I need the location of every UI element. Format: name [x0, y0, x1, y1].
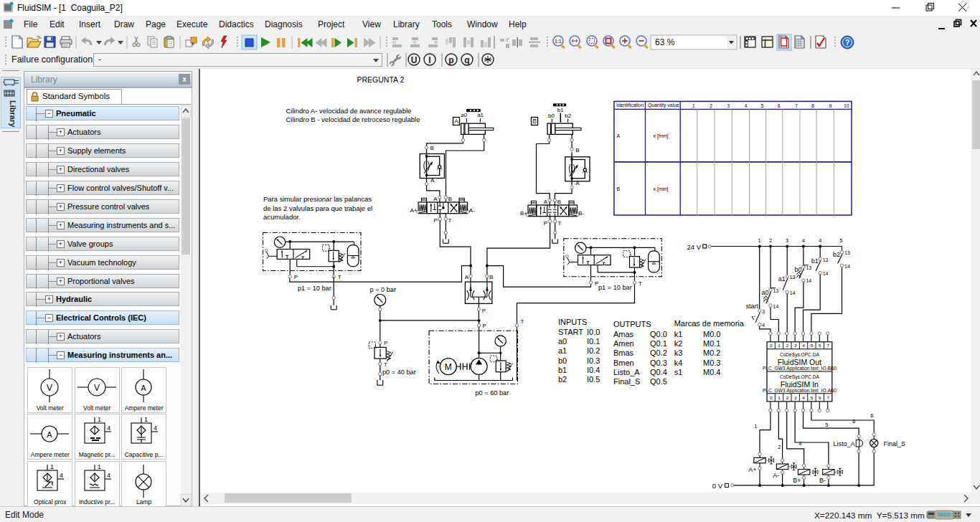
- svg-text:a1: a1: [558, 346, 567, 355]
- svg-text:14: 14: [773, 304, 779, 309]
- svg-text:Bmas: Bmas: [613, 348, 634, 357]
- svg-text:P: P: [483, 323, 486, 329]
- svg-text:p0 = 60 bar: p0 = 60 bar: [476, 389, 509, 397]
- svg-text:?: ?: [845, 38, 850, 47]
- svg-text:6: 6: [819, 395, 821, 400]
- svg-text:A: A: [433, 196, 438, 202]
- svg-text:a1: a1: [778, 275, 786, 283]
- svg-text:PLC_GW3.Application.text_IO.AB: PLC_GW3.Application.text_IO.AB0: [763, 388, 837, 394]
- svg-text:4: 4: [819, 237, 821, 244]
- svg-text:a0: a0: [461, 112, 467, 118]
- svg-text:6: 6: [852, 418, 855, 424]
- svg-text:4: 4: [802, 343, 805, 348]
- svg-text:9: 9: [829, 103, 832, 108]
- svg-text:p1 = 10 bar: p1 = 10 bar: [598, 284, 632, 291]
- svg-text:5: 5: [761, 103, 764, 108]
- svg-text:2: 2: [769, 237, 772, 244]
- svg-text:I0.4: I0.4: [587, 366, 600, 374]
- svg-text:V: V: [94, 383, 100, 393]
- svg-text:A: A: [576, 180, 580, 186]
- svg-text:A-: A-: [773, 472, 779, 479]
- svg-text:1:1: 1:1: [555, 39, 562, 44]
- svg-text:6: 6: [870, 412, 873, 419]
- svg-text:B: B: [557, 199, 561, 205]
- svg-text:START: START: [558, 328, 583, 336]
- svg-text:3: 3: [762, 309, 765, 314]
- svg-text:q: q: [464, 55, 469, 65]
- svg-text:B: B: [617, 186, 621, 191]
- svg-text:b2: b2: [565, 113, 571, 119]
- svg-text:I: I: [428, 55, 430, 65]
- svg-text:3: 3: [727, 103, 730, 108]
- svg-text:M0.2: M0.2: [703, 348, 720, 357]
- svg-text:I0.5: I0.5: [587, 375, 600, 384]
- svg-text:A: A: [544, 199, 548, 205]
- svg-text:b2: b2: [833, 251, 840, 258]
- svg-text:4: 4: [802, 395, 805, 400]
- svg-text:M0.0: M0.0: [703, 330, 720, 338]
- svg-text:I0.1: I0.1: [587, 337, 600, 346]
- svg-text:7: 7: [826, 395, 829, 400]
- svg-text:k3: k3: [674, 348, 683, 357]
- svg-text:P: P: [482, 308, 486, 314]
- svg-text:U: U: [411, 55, 418, 65]
- svg-text:3: 3: [794, 395, 797, 400]
- svg-text:B: B: [430, 145, 434, 151]
- svg-text:T: T: [384, 361, 387, 368]
- svg-text:Final_S: Final_S: [884, 440, 906, 447]
- svg-text:14: 14: [844, 264, 850, 269]
- svg-text:B: B: [532, 118, 537, 125]
- svg-text:2: 2: [786, 395, 789, 400]
- svg-text:B-: B-: [578, 210, 584, 217]
- svg-text:2: 2: [710, 103, 712, 108]
- svg-text:A: A: [617, 133, 621, 138]
- svg-text:b2: b2: [558, 375, 567, 384]
- svg-text:M0.1: M0.1: [703, 339, 720, 348]
- svg-text:PLC_GW3.Application.text_IO.BB: PLC_GW3.Application.text_IO.BB0: [763, 366, 837, 371]
- svg-text:Q0.4: Q0.4: [650, 368, 667, 376]
- svg-text:a0: a0: [558, 337, 567, 346]
- svg-text:A: A: [47, 430, 53, 439]
- svg-text:a0: a0: [761, 289, 768, 296]
- svg-text:13: 13: [806, 265, 811, 270]
- svg-text:6: 6: [778, 103, 781, 108]
- svg-text:B+: B+: [520, 210, 527, 217]
- svg-text:4: 4: [745, 103, 748, 108]
- svg-text:PREGUNTA 2: PREGUNTA 2: [357, 75, 405, 84]
- svg-text:Q0.3: Q0.3: [650, 359, 667, 367]
- svg-text:1: 1: [144, 416, 148, 423]
- svg-text:I0.3: I0.3: [587, 356, 600, 365]
- svg-text:B: B: [575, 147, 579, 153]
- svg-text:6: 6: [819, 343, 821, 348]
- svg-text:Q0.0: Q0.0: [650, 330, 667, 338]
- svg-text:B: B: [448, 196, 452, 202]
- svg-text:A+: A+: [748, 466, 756, 473]
- svg-text:A: A: [454, 118, 458, 125]
- svg-text:5: 5: [825, 422, 828, 428]
- svg-text:b0: b0: [794, 266, 801, 273]
- svg-text:T: T: [639, 280, 642, 287]
- svg-text:63 %: 63 %: [655, 37, 675, 47]
- svg-text:4: 4: [107, 472, 110, 479]
- svg-text:1: 1: [692, 103, 695, 108]
- svg-text:a1: a1: [477, 112, 484, 118]
- svg-text:Listo_A: Listo_A: [613, 368, 640, 376]
- svg-text:b1: b1: [557, 107, 564, 113]
- svg-text:B+: B+: [793, 477, 801, 484]
- svg-text:b0: b0: [548, 113, 555, 119]
- svg-text:Quantity value: Quantity value: [648, 103, 679, 108]
- svg-text:P: P: [294, 274, 298, 280]
- svg-text:8: 8: [811, 103, 814, 108]
- svg-text:13: 13: [773, 288, 779, 293]
- svg-text:T: T: [521, 318, 524, 325]
- svg-text:T: T: [558, 220, 562, 227]
- svg-text:3: 3: [786, 237, 788, 244]
- svg-text:7: 7: [826, 343, 829, 348]
- svg-text:OUTPUTS: OUTPUTS: [613, 320, 651, 328]
- svg-text:b1: b1: [811, 257, 819, 265]
- svg-text:k1: k1: [674, 330, 683, 338]
- svg-text:4: 4: [154, 424, 157, 432]
- svg-text:4: 4: [60, 472, 63, 479]
- svg-text:P: P: [384, 340, 387, 346]
- svg-text:M: M: [445, 362, 452, 372]
